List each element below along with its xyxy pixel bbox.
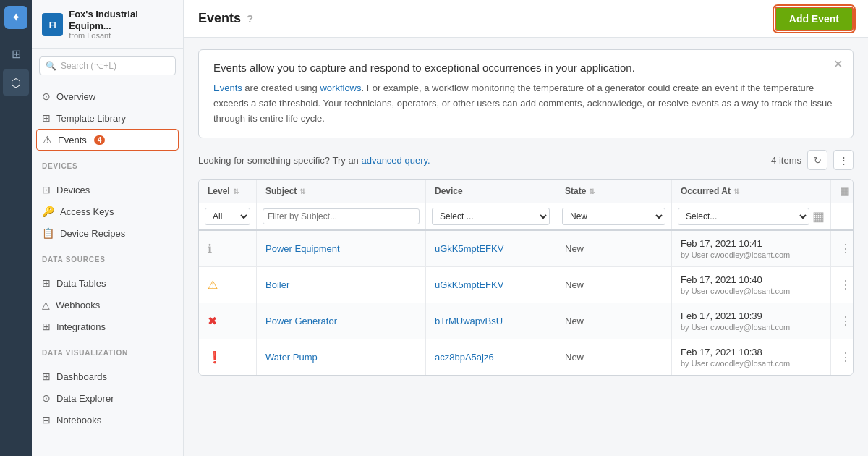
row-menu-button[interactable]: ⋮ [840, 278, 851, 292]
advanced-query-link[interactable]: advanced query. [361, 155, 430, 166]
data-sources-section: ⊞ Data Tables △ Webhooks ⊞ Integrations [32, 266, 183, 343]
sidebar-item-events[interactable]: ⚠ Events 4 [36, 129, 179, 151]
filter-state-select[interactable]: New [562, 208, 665, 225]
filter-actions-cell [831, 203, 853, 229]
col-level[interactable]: Level ⇅ [199, 180, 257, 203]
col-state[interactable]: State ⇅ [556, 180, 672, 203]
sidebar-item-label: Webhooks [56, 300, 100, 311]
workflows-link[interactable]: workflows [320, 83, 361, 93]
sidebar-item-access-keys[interactable]: 🔑 Access Keys [32, 200, 183, 222]
app-logo[interactable]: ✦ [4, 6, 27, 29]
query-bar: Looking for something specific? Try an a… [198, 150, 854, 170]
sidebar-item-label: Integrations [56, 321, 106, 332]
device-link[interactable]: bTrMUwapvBsU [435, 316, 503, 326]
sidebar-item-template-library[interactable]: ⊞ Template Library [32, 107, 183, 129]
sidebar-item-device-recipes[interactable]: 📋 Device Recipes [32, 222, 183, 244]
search-icon: 🔍 [46, 61, 56, 71]
col-occurred[interactable]: Occurred At ⇅ [672, 180, 831, 203]
col-state-label: State [565, 186, 586, 196]
sidebar-item-notebooks[interactable]: ⊟ Notebooks [32, 409, 183, 431]
cell-menu: ⋮ [831, 231, 853, 266]
row-menu-button[interactable]: ⋮ [840, 350, 851, 364]
events-icon: ⚠ [43, 134, 52, 145]
info-banner: ✕ Events allow you to capture and respon… [198, 49, 854, 138]
filter-state-cell: New [556, 203, 672, 229]
subject-link[interactable]: Water Pump [265, 352, 318, 363]
occurred-stack: Feb 17, 2021 10:39 by User cwoodley@losa… [681, 311, 790, 332]
occurred-by: by User cwoodley@losant.com [681, 250, 790, 259]
sort-icon-subject: ⇅ [299, 187, 305, 195]
sort-icon-state: ⇅ [589, 187, 595, 195]
filter-row: All Select ... New [199, 203, 853, 231]
dashboards-icon: ⊞ [42, 371, 51, 382]
page-title: Events ? [198, 11, 253, 26]
org-info[interactable]: FI Fox's Industrial Equipm... from Losan… [42, 9, 173, 40]
occurred-date: Feb 17, 2021 10:38 [681, 347, 790, 358]
occurred-by: by User cwoodley@losant.com [681, 359, 790, 368]
search-box[interactable]: 🔍 Search (⌥+L) [39, 56, 176, 75]
cell-menu: ⋮ [831, 303, 853, 339]
device-link[interactable]: acz8bpA5ajz6 [435, 352, 494, 363]
subject-link[interactable]: Power Equipment [265, 243, 340, 254]
rail-box-icon[interactable]: ⬡ [3, 69, 29, 96]
filter-occurred-select[interactable]: Select... [678, 208, 809, 225]
occurred-stack: Feb 17, 2021 10:38 by User cwoodley@losa… [681, 347, 790, 368]
devices-section: ⊡ Devices 🔑 Access Keys 📋 Device Recipes [32, 173, 183, 250]
col-subject[interactable]: Subject ⇅ [257, 180, 426, 203]
subject-link[interactable]: Boiler [265, 279, 289, 290]
filter-level-cell: All [199, 203, 257, 229]
sidebar-item-overview[interactable]: ⊙ Overview [32, 85, 183, 107]
col-device[interactable]: Device [426, 180, 556, 203]
sidebar: FI Fox's Industrial Equipm... from Losan… [32, 0, 184, 456]
help-icon[interactable]: ? [247, 12, 253, 25]
org-name: Fox's Industrial Equipm... [69, 9, 173, 31]
cell-subject: Boiler [257, 267, 426, 303]
device-link[interactable]: uGkK5mptEFKV [435, 243, 503, 254]
device-recipes-icon: 📋 [42, 227, 54, 239]
sidebar-item-devices[interactable]: ⊡ Devices [32, 179, 183, 200]
info-icon: ℹ [208, 242, 212, 256]
filter-device-select[interactable]: Select ... [432, 208, 550, 225]
table-row: ⚠ Boiler uGkK5mptEFKV New Feb 17, 2021 1… [199, 267, 853, 303]
cell-level: ❗ [199, 339, 257, 375]
error-icon: ✖ [208, 314, 217, 328]
subject-link[interactable]: Power Generator [265, 316, 337, 326]
filter-level-select[interactable]: All [205, 208, 250, 225]
cell-level: ✖ [199, 303, 257, 339]
refresh-button[interactable]: ↻ [807, 150, 827, 170]
main-header: Events ? Add Event [184, 0, 868, 38]
page-title-text: Events [198, 11, 241, 26]
events-link[interactable]: Events [213, 83, 242, 93]
device-link[interactable]: uGkK5mptEFKV [435, 279, 503, 290]
sidebar-item-integrations[interactable]: ⊞ Integrations [32, 316, 183, 337]
occurred-date: Feb 17, 2021 10:41 [681, 238, 790, 249]
calendar-icon[interactable]: ▦ [812, 208, 825, 224]
notebooks-icon: ⊟ [42, 414, 51, 426]
occurred-stack: Feb 17, 2021 10:41 by User cwoodley@losa… [681, 238, 790, 259]
sidebar-item-label: Events [58, 135, 87, 145]
sidebar-item-webhooks[interactable]: △ Webhooks [32, 294, 183, 316]
row-menu-button[interactable]: ⋮ [840, 314, 851, 328]
cell-occurred: Feb 17, 2021 10:40 by User cwoodley@losa… [672, 267, 831, 303]
sidebar-item-label: Dashboards [56, 371, 107, 382]
more-options-button[interactable]: ⋮ [833, 150, 854, 170]
cell-menu: ⋮ [831, 267, 853, 303]
sort-icon-occurred: ⇅ [733, 187, 739, 195]
sidebar-item-dashboards[interactable]: ⊞ Dashboards [32, 366, 183, 387]
webhooks-icon: △ [42, 299, 50, 311]
sidebar-item-data-tables[interactable]: ⊞ Data Tables [32, 272, 183, 294]
filter-subject-input[interactable] [263, 208, 420, 224]
table-header: Level ⇅ Subject ⇅ Device State ⇅ Occurre… [199, 180, 853, 203]
template-icon: ⊞ [42, 112, 51, 124]
search-placeholder: Search (⌥+L) [61, 61, 116, 71]
cell-device: acz8bpA5ajz6 [426, 339, 556, 375]
close-banner-button[interactable]: ✕ [833, 57, 843, 71]
row-menu-button[interactable]: ⋮ [840, 242, 851, 256]
query-prefix: Looking for something specific? Try an [198, 155, 361, 166]
col-level-label: Level [208, 186, 230, 196]
warning-icon: ⚠ [208, 278, 218, 292]
sidebar-header: FI Fox's Industrial Equipm... from Losan… [32, 0, 183, 49]
add-event-button[interactable]: Add Event [775, 7, 854, 31]
rail-grid-icon[interactable]: ⊞ [3, 41, 29, 67]
sidebar-item-data-explorer[interactable]: ⊙ Data Explorer [32, 387, 183, 409]
